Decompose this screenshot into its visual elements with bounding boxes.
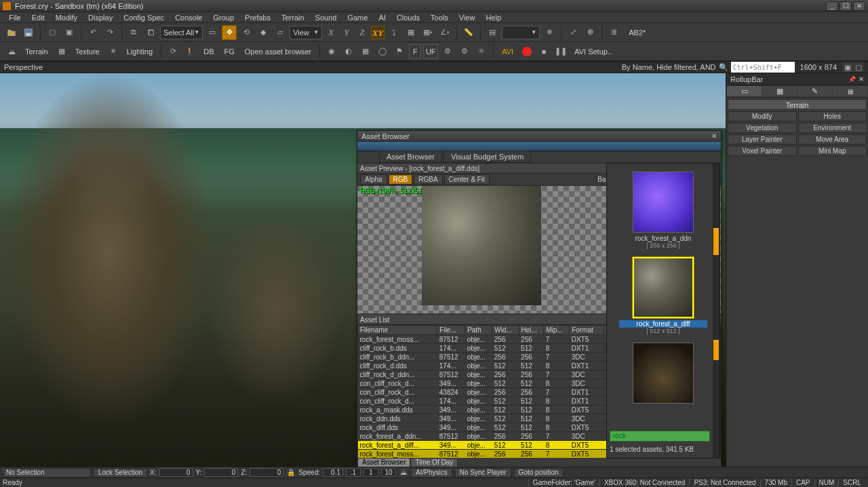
menu-sound[interactable]: Sound (311, 14, 342, 22)
select-icon[interactable]: ▭ (205, 25, 220, 40)
rollup-tab-1[interactable]: ▭ (727, 86, 762, 96)
terrain-btn-move-area[interactable]: Move Area (798, 134, 867, 144)
gear1-icon[interactable]: ⚙ (440, 44, 455, 59)
axis-z[interactable]: Z (355, 26, 369, 39)
texture-tool-icon[interactable]: ▦ (54, 44, 69, 59)
menu-terrain[interactable]: Terrain (277, 14, 309, 22)
tab-visual-budget[interactable]: Visual Budget System (443, 151, 531, 163)
scale-icon[interactable]: ◆ (256, 25, 271, 40)
thumb-item-2[interactable]: rock_forest_a_diff [ 512 x 512 ] (619, 257, 707, 334)
menu-config-spec[interactable]: Config Spec (119, 14, 169, 22)
axis-y[interactable]: Y (340, 26, 353, 39)
ab-label[interactable]: AB2* (623, 25, 651, 40)
menu-modify[interactable]: Modify (51, 14, 82, 22)
rollup-close-icon[interactable]: ✕ (859, 75, 864, 83)
menu-display[interactable]: Display (83, 14, 117, 22)
record-button[interactable] (519, 44, 534, 59)
menu-edit[interactable]: Edit (27, 14, 50, 22)
reload-scripts-icon[interactable]: ⟳ (165, 44, 180, 59)
mode-rgb[interactable]: RGB (389, 174, 413, 184)
fg-button[interactable]: FG (220, 44, 239, 59)
lighting-label[interactable]: Lighting (123, 44, 157, 59)
speed-p2[interactable]: 1 (363, 468, 378, 477)
lighting-tool-icon[interactable]: ☀ (106, 44, 121, 59)
vp-opt2-icon[interactable]: ▢ (853, 62, 864, 72)
mode-rgba[interactable]: RGBA (414, 174, 442, 184)
redo-icon[interactable]: ↷ (102, 25, 117, 40)
save-icon[interactable] (21, 25, 36, 40)
undo-icon[interactable]: ↶ (85, 25, 100, 40)
pause-button[interactable]: ❚❚ (553, 44, 568, 59)
move-icon[interactable]: ✥ (222, 25, 237, 40)
col-file[interactable]: File... (437, 326, 465, 335)
thumb-search-input[interactable]: rock (610, 431, 710, 442)
stop-button[interactable]: ■ (536, 44, 551, 59)
menu-file[interactable]: File (4, 14, 26, 22)
z-input[interactable]: 0 (250, 468, 283, 477)
viewport-search-input[interactable]: Ctrl+Shift+F (731, 62, 795, 73)
ai-nav-icon[interactable]: ◉ (324, 44, 339, 59)
ai-cover-icon[interactable]: ◐ (341, 44, 356, 59)
goto-sel-icon[interactable]: ⤢ (566, 25, 580, 40)
menu-console[interactable]: Console (170, 14, 207, 22)
menu-ai[interactable]: AI (374, 14, 390, 22)
thumb-item-1[interactable]: rock_forest_a_ddn [ 256 x 256 ] (619, 172, 707, 249)
ai-spawn-icon[interactable]: ⚑ (392, 44, 407, 59)
gear2-icon[interactable]: ⚙ (457, 44, 472, 59)
selection-filter-combo[interactable]: Select All▼ (160, 26, 203, 39)
terrain-btn-voxel-painter[interactable]: Voxel Painter (728, 146, 797, 156)
layer-freeze-icon[interactable]: ❄ (542, 25, 557, 40)
vp-opt1-icon[interactable]: ▣ (842, 62, 853, 72)
speed-p1[interactable]: .1 (346, 468, 361, 477)
atom-icon[interactable]: ⚛ (474, 44, 489, 59)
thumb-scrollbar[interactable] (713, 163, 719, 458)
terrain-follow-icon[interactable]: ⤵ (387, 25, 401, 40)
select-terrain-icon[interactable]: ▱ (273, 25, 288, 40)
thumb-item-3[interactable] (619, 343, 707, 404)
y-input[interactable]: 0 (204, 468, 238, 477)
rollup-pin-icon[interactable]: 📌 (848, 76, 856, 83)
mode-alpha[interactable]: Alpha (360, 174, 387, 184)
uf-button[interactable]: UF (423, 44, 438, 59)
object-follow-icon[interactable]: ▦ (403, 25, 418, 40)
f-button[interactable]: F (409, 44, 421, 59)
aiphysics-button[interactable]: AI/Physics (411, 468, 452, 478)
x-input[interactable]: 0 (159, 468, 193, 477)
hold-icon[interactable]: ▣ (62, 25, 77, 40)
terrain-tool-icon[interactable]: ⛰ (4, 44, 19, 59)
layers-icon[interactable]: ▤ (485, 25, 500, 40)
col-path[interactable]: Path (465, 326, 492, 335)
open-asset-browser[interactable]: Open asset browser (241, 44, 315, 59)
tab-asset-browser[interactable]: Asset Browser (379, 151, 442, 163)
export-icon[interactable]: ▢ (45, 25, 60, 40)
ruler-icon[interactable]: 📏 (461, 25, 476, 40)
grid-snap-icon[interactable]: ▦▾ (420, 25, 435, 40)
terrain-btn-mini-map[interactable]: Mini Map (798, 146, 867, 156)
open-icon[interactable] (4, 25, 19, 40)
terrain-btn-layer-painter[interactable]: Layer Painter (728, 134, 797, 144)
btm-tab-asset-browser[interactable]: Asset Browser (357, 458, 410, 467)
terrain-btn-vegetation[interactable]: Vegetation (728, 123, 797, 133)
nosync-button[interactable]: No Sync Player (455, 468, 511, 478)
lock-selection[interactable]: Lock Selection (94, 468, 147, 478)
terrain-btn-environment[interactable]: Environment (798, 123, 867, 133)
rollup-tab-4[interactable]: 🖥 (833, 86, 867, 96)
menu-prefabs[interactable]: Prefabs (240, 14, 275, 22)
unlink-icon[interactable]: ⧠ (143, 25, 158, 40)
speed-input[interactable]: 0.1 (323, 468, 343, 477)
col-hei[interactable]: Hei... (519, 326, 544, 335)
axis-x[interactable]: X (324, 26, 338, 39)
texture-label[interactable]: Texture (71, 44, 104, 59)
terrain-btn-modify[interactable]: Modify (728, 111, 797, 121)
maximize-button[interactable]: ☐ (840, 1, 852, 11)
layers-stack-icon[interactable]: ≣ (606, 25, 621, 40)
rollup-tab-3[interactable]: ✎ (797, 86, 832, 96)
menu-help[interactable]: Help (481, 14, 506, 22)
rollup-tab-2[interactable]: ▦ (762, 86, 797, 96)
db-button[interactable]: DB (199, 44, 218, 59)
mode-center[interactable]: Center & Fit (444, 174, 490, 184)
coord-lock-icon[interactable]: 🔒 (286, 468, 296, 478)
layers-combo[interactable]: ▼ (502, 26, 540, 39)
menu-tools[interactable]: Tools (426, 14, 453, 22)
axis-xy[interactable]: XY (371, 26, 384, 39)
